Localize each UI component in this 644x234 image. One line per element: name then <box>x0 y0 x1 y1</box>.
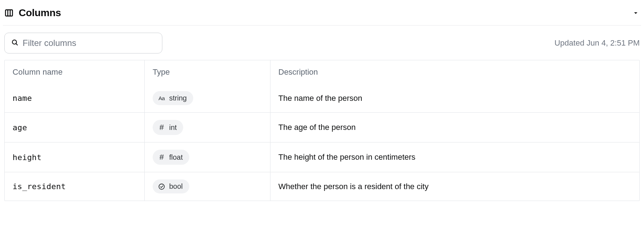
collapse-toggle[interactable] <box>632 9 640 17</box>
column-name-cell: age <box>5 113 145 142</box>
column-type-cell: #int <box>145 113 270 142</box>
filter-field[interactable] <box>4 33 162 53</box>
updated-label: Updated Jun 4, 2:51 PM <box>555 38 640 48</box>
search-icon <box>11 39 18 47</box>
table-row: is_residentboolWhether the person is a r… <box>5 172 639 201</box>
type-label: string <box>169 94 187 102</box>
number-type-icon: # <box>158 123 166 132</box>
table-row: nameAastringThe name of the person <box>5 84 639 112</box>
column-description-cell: The name of the person <box>270 84 639 112</box>
column-type-cell: #float <box>145 142 270 172</box>
type-badge: #int <box>153 120 183 135</box>
column-description-cell: The height of the person in centimeters <box>270 142 639 172</box>
number-type-icon: # <box>158 153 166 162</box>
controls-row: Updated Jun 4, 2:51 PM <box>3 25 641 60</box>
header-description: Description <box>270 60 639 84</box>
table-row: height#floatThe height of the person in … <box>5 142 639 172</box>
type-badge: #float <box>153 150 189 165</box>
type-label: int <box>169 123 177 132</box>
table-header-row: Column name Type Description <box>5 60 639 84</box>
column-description-cell: Whether the person is a resident of the … <box>270 172 639 201</box>
section-title: Columns <box>19 7 61 19</box>
bool-type-icon <box>158 183 166 190</box>
column-name-cell: is_resident <box>5 172 145 201</box>
type-badge: bool <box>153 179 189 193</box>
columns-table: Column name Type Description nameAastrin… <box>4 60 640 201</box>
filter-input[interactable] <box>23 38 156 48</box>
svg-point-5 <box>159 184 165 189</box>
header-type: Type <box>145 60 270 84</box>
section-header: Columns <box>3 3 641 25</box>
column-name-cell: name <box>5 84 145 112</box>
type-label: float <box>169 153 183 162</box>
svg-line-4 <box>16 44 18 45</box>
type-label: bool <box>169 182 183 191</box>
column-type-cell: Aastring <box>145 84 270 112</box>
column-type-cell: bool <box>145 172 270 201</box>
text-type-icon: Aa <box>158 95 166 101</box>
table-row: age#intThe age of the person <box>5 112 639 142</box>
svg-rect-0 <box>5 10 13 16</box>
column-description-cell: The age of the person <box>270 113 639 142</box>
header-column-name: Column name <box>5 60 145 84</box>
type-badge: Aastring <box>153 91 193 105</box>
section-header-left: Columns <box>4 7 61 19</box>
columns-icon <box>4 8 14 18</box>
column-name-cell: height <box>5 142 145 172</box>
